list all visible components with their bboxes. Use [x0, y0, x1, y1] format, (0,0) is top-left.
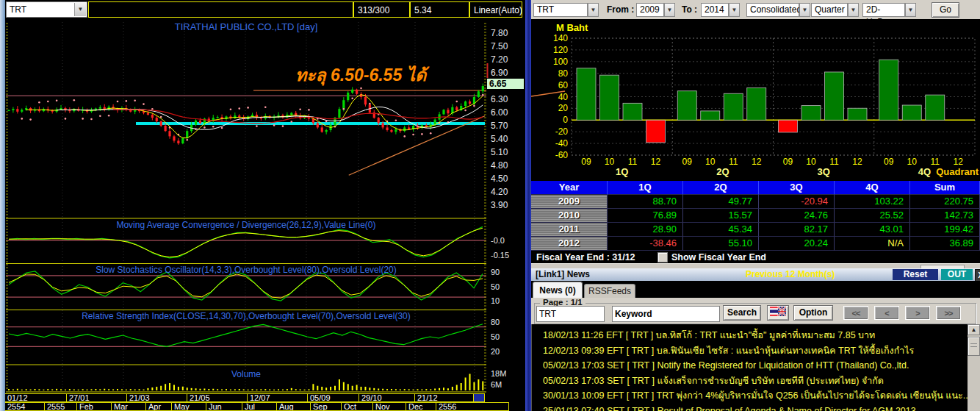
out-button[interactable]: OUT	[941, 269, 973, 280]
last-price-tag: 6.65	[489, 79, 507, 89]
quarter-bar-1Q-2010[interactable]	[600, 75, 619, 120]
search-button[interactable]: Search	[723, 305, 761, 321]
quarter-bar-4Q-2009[interactable]	[879, 60, 898, 120]
quarter-bar-4Q-2011[interactable]	[926, 95, 945, 120]
quarter-bar-2Q-2009[interactable]	[677, 91, 696, 121]
table-row[interactable]: 200988.7049.77-20.94103.22220.75	[531, 195, 980, 209]
svg-text:10: 10	[705, 157, 716, 167]
reset-button[interactable]: Reset	[893, 269, 938, 280]
chart-blank-field[interactable]	[88, 1, 353, 18]
svg-text:40: 40	[558, 92, 569, 102]
quarter-bar-2Q-2010[interactable]	[701, 111, 720, 120]
quadrant-symbol-combo[interactable]: TRT	[533, 3, 588, 17]
svg-text:11: 11	[628, 157, 638, 167]
quarterly-bar-chart[interactable]: M Baht-60-40-200204060801001201400910111…	[531, 21, 980, 181]
view-mode-select[interactable]: 2D-UpDown	[862, 3, 905, 17]
news-scrollbar[interactable]: ▲	[968, 324, 980, 411]
price-chart-canvas[interactable]: TIRATHAI PUBLIC CO.,LTD [day]ทะลุ 6.50-6…	[0, 0, 525, 411]
date-tick: 12/07	[247, 393, 308, 402]
quarter-bar-4Q-2010[interactable]	[902, 105, 921, 120]
quarter-bar-3Q-2009[interactable]	[779, 120, 798, 132]
news-item[interactable]: 30/01/13 10:09 EFT [ TRT ] TRT พุ่งกว่า …	[532, 388, 968, 404]
svg-text:90: 90	[491, 268, 500, 276]
consolidated-select[interactable]: Consolidated	[746, 3, 799, 17]
svg-text:5.10: 5.10	[491, 147, 508, 157]
value-cell: 55.10	[683, 237, 759, 251]
chevron-down-icon[interactable]: ▼	[74, 3, 86, 16]
tab-rssfeeds[interactable]: RSSFeeds	[584, 284, 635, 299]
tab-news[interactable]: News (0)	[533, 282, 583, 299]
news-item[interactable]: 05/02/13 17:03 SET [ TRT ] Notify the Re…	[532, 358, 968, 374]
keyword-input[interactable]	[612, 306, 720, 322]
close-icon[interactable]: X	[975, 269, 980, 282]
news-item[interactable]: 05/02/13 17:03 SET [ TRT ] แจ้งเสร็จการช…	[532, 374, 968, 389]
svg-text:50: 50	[491, 282, 500, 291]
to-year-select[interactable]: 2014	[701, 3, 729, 17]
go-button[interactable]: Go	[932, 2, 959, 18]
scroll-up-icon[interactable]: ▲	[968, 324, 980, 335]
news-item[interactable]: 25/01/13 07:40 SET [ TRT ] Result of Pro…	[532, 404, 968, 411]
news-list: 18/02/13 11:26 EFT [ TRT ] บล.ทิสโก้ : T…	[531, 324, 968, 411]
table-header-Year: Year	[531, 181, 608, 195]
scrollbar-thumb[interactable]	[968, 337, 980, 356]
chevron-down-icon[interactable]: ▼	[799, 3, 810, 17]
svg-text:6.90: 6.90	[491, 68, 508, 78]
nav-prev-button[interactable]: <	[874, 306, 899, 320]
quarter-bar-3Q-2012[interactable]	[848, 108, 867, 120]
svg-text:4.50: 4.50	[491, 174, 508, 184]
date-tick: 21/03	[126, 393, 187, 402]
svg-text:12: 12	[752, 157, 762, 167]
svg-text:5.70: 5.70	[491, 121, 508, 131]
horizontal-splitter[interactable]	[531, 263, 980, 268]
value-cell: 82.17	[759, 223, 835, 237]
quarter-bar-2Q-2012[interactable]	[747, 87, 766, 120]
chart-title: TIRATHAI PUBLIC CO.,LTD [day]	[175, 21, 318, 32]
trading-terminal: TIRATHAI PUBLIC CO.,LTD [day]ทะลุ 6.50-6…	[0, 0, 980, 411]
svg-text:11: 11	[829, 157, 839, 167]
quarter-bar-3Q-2010[interactable]	[801, 106, 821, 121]
news-item[interactable]: 18/02/13 11:26 EFT [ TRT ] บล.ทิสโก้ : T…	[532, 328, 968, 343]
date-tick: 27/01	[66, 393, 127, 402]
svg-text:-0.15: -0.15	[491, 251, 509, 260]
period-tick: 2556	[436, 402, 509, 411]
value-cell: 199.42	[910, 223, 980, 237]
symbol-combo[interactable]: TRT ▼	[6, 1, 87, 18]
value-cell: 43.01	[835, 223, 910, 237]
nav-last-button[interactable]: >>	[936, 306, 961, 320]
panel-divider[interactable]	[525, 0, 531, 411]
table-row[interactable]: 201128.9045.3482.1743.01199.42	[531, 223, 980, 237]
quarter-bar-3Q-2011[interactable]	[825, 72, 844, 120]
scale-mode-field[interactable]: Linear(Auto)	[469, 1, 522, 18]
table-row[interactable]: 2012-38.4655.1020.24N/A36.89	[531, 237, 980, 251]
from-label: From :	[607, 4, 634, 15]
from-year-select[interactable]: 2009	[636, 3, 664, 17]
quarter-bar-1Q-2009[interactable]	[577, 68, 596, 121]
period-select[interactable]: Quarter	[811, 3, 848, 17]
quarter-bar-1Q-2011[interactable]	[623, 103, 642, 120]
news-item[interactable]: 12/02/13 09:39 EFT [ TRT ] บล.ฟินันเซีย …	[532, 343, 968, 359]
quarter-bar-2Q-2011[interactable]	[724, 93, 743, 120]
value-cell: 28.90	[608, 223, 683, 237]
nav-next-button[interactable]: >	[905, 306, 930, 320]
quarter-bar-1Q-2012[interactable]	[646, 120, 666, 143]
date-tick: 01/12	[5, 393, 67, 402]
chart-toolbar: TRT ▼ 313/300 5.34 Linear(Auto)	[5, 0, 525, 21]
chevron-down-icon[interactable]: ▼	[729, 3, 740, 17]
news-symbol-input[interactable]	[536, 306, 605, 322]
show-fiscal-checkbox[interactable]	[657, 252, 668, 262]
to-label: To :	[682, 4, 697, 15]
chevron-down-icon[interactable]: ▼	[905, 3, 916, 17]
date-tick: 21/05	[187, 393, 248, 402]
table-row[interactable]: 201076.8915.5724.7625.52142.73	[531, 209, 980, 223]
nav-first-button[interactable]: <<	[843, 306, 868, 320]
svg-text:-0.0: -0.0	[491, 236, 505, 245]
language-flag-button[interactable]	[767, 305, 789, 321]
svg-text:12: 12	[852, 157, 862, 167]
chevron-down-icon[interactable]: ▼	[848, 3, 859, 17]
chevron-down-icon[interactable]: ▼	[588, 3, 599, 17]
svg-text:10: 10	[491, 296, 500, 305]
option-button[interactable]: Option	[793, 305, 833, 321]
value-cell: -20.94	[759, 195, 835, 209]
chevron-down-icon[interactable]: ▼	[664, 3, 675, 17]
value-cell: 45.34	[683, 223, 759, 237]
